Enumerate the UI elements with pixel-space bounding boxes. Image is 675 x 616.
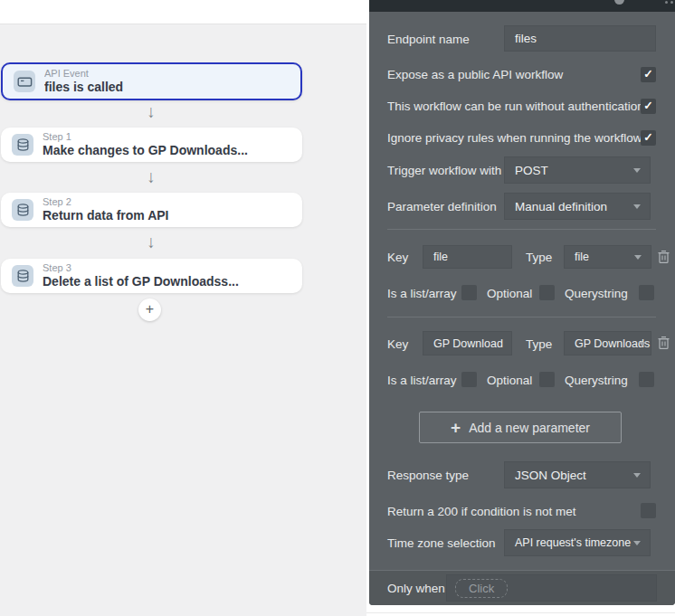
response-type-label: Response type xyxy=(387,469,469,482)
add-step-button[interactable]: + xyxy=(138,299,161,321)
step-card-3[interactable]: Step 3 Delete a list of GP Downloadss... xyxy=(1,259,302,293)
add-parameter-label: Add a new parameter xyxy=(469,421,590,435)
is-list-label: Is a list/array xyxy=(387,287,457,300)
timezone-value: API request's timezone xyxy=(515,536,631,549)
is-list-checkbox[interactable] xyxy=(461,372,477,387)
querystring-label: Querystring xyxy=(565,287,628,300)
close-icon[interactable] xyxy=(670,1,673,4)
expose-api-label: Expose as a public API workflow xyxy=(387,68,563,81)
step-title: Delete a list of GP Downloadss... xyxy=(43,274,239,289)
querystring-checkbox[interactable] xyxy=(639,285,654,300)
optional-label: Optional xyxy=(487,374,532,387)
only-when-section: Only when Click xyxy=(369,570,675,605)
is-list-label: Is a list/array xyxy=(387,374,457,387)
chevron-down-icon xyxy=(639,342,646,346)
check-icon: ✓ xyxy=(643,130,652,146)
endpoint-name-label: Endpoint name xyxy=(387,33,470,46)
param-type-label: Type xyxy=(526,251,552,264)
help-icon[interactable] xyxy=(614,0,624,5)
click-placeholder[interactable]: Click xyxy=(455,579,508,598)
response-type-dropdown[interactable]: JSON Object xyxy=(504,461,651,488)
step-kind-label: Step 1 xyxy=(43,131,248,143)
canvas-top-strip xyxy=(0,0,366,24)
return-200-label: Return a 200 if condition is not met xyxy=(387,505,576,518)
param-key-input[interactable]: file xyxy=(423,245,512,269)
trigger-method-value: POST xyxy=(515,164,548,177)
delete-parameter-icon[interactable] xyxy=(657,335,670,350)
database-icon xyxy=(12,199,33,221)
endpoint-name-value: files xyxy=(515,32,537,45)
trigger-method-dropdown[interactable]: POST xyxy=(504,156,651,184)
param-key-label: Key xyxy=(387,337,408,351)
close-icon[interactable] xyxy=(665,1,668,4)
param-type-value: file xyxy=(575,251,589,263)
api-event-icon xyxy=(14,71,35,92)
arrow-down-icon: ↓ xyxy=(144,102,158,122)
timezone-label: Time zone selection xyxy=(387,536,496,550)
check-icon: ✓ xyxy=(643,99,652,114)
workflow-canvas[interactable]: API Event files is called ↓ Step 1 Make … xyxy=(0,0,366,616)
step-title: Return data from API xyxy=(43,208,169,223)
querystring-checkbox[interactable] xyxy=(639,372,654,387)
chevron-down-icon xyxy=(633,204,641,209)
param-key-label: Key xyxy=(387,251,408,264)
return-200-checkbox[interactable] xyxy=(641,503,656,518)
step-card-2[interactable]: Step 2 Return data from API xyxy=(1,193,302,227)
delete-parameter-icon[interactable] xyxy=(657,249,670,264)
api-event-property-panel: Endpoint name files Expose as a public A… xyxy=(369,0,675,605)
event-title: files is called xyxy=(44,80,123,95)
chevron-down-icon xyxy=(633,473,641,478)
step-kind-label: Step 3 xyxy=(43,262,239,274)
trigger-method-label: Trigger workflow with xyxy=(387,164,501,177)
event-kind-label: API Event xyxy=(44,68,123,80)
optional-checkbox[interactable] xyxy=(539,285,555,300)
no-auth-label: This workflow can be run without authent… xyxy=(387,100,644,113)
response-type-value: JSON Object xyxy=(515,469,586,482)
no-auth-checkbox[interactable]: ✓ xyxy=(641,99,656,114)
divider xyxy=(387,229,656,230)
param-key-value: file xyxy=(433,251,448,263)
database-icon xyxy=(12,265,33,287)
database-icon xyxy=(12,134,33,156)
only-when-label: Only when xyxy=(387,582,445,595)
workflow-editor: API Event files is called ↓ Step 1 Make … xyxy=(0,0,675,616)
optional-label: Optional xyxy=(487,287,532,300)
arrow-down-icon: ↓ xyxy=(144,232,158,252)
param-key-value: GP Download xyxy=(433,337,503,350)
step-title: Make changes to GP Downloads... xyxy=(43,143,248,158)
step-kind-label: Step 2 xyxy=(43,196,169,208)
chevron-down-icon xyxy=(633,168,641,173)
add-parameter-button[interactable]: + Add a new parameter xyxy=(419,412,622,443)
param-definition-dropdown[interactable]: Manual definition xyxy=(504,193,651,220)
param-type-dropdown[interactable]: file xyxy=(564,245,651,269)
ignore-privacy-label: Ignore privacy rules when running the wo… xyxy=(387,131,642,145)
querystring-label: Querystring xyxy=(565,374,628,387)
param-key-input[interactable]: GP Download xyxy=(423,331,512,355)
check-icon: ✓ xyxy=(643,67,652,82)
chevron-down-icon xyxy=(633,541,641,545)
param-definition-label: Parameter definition xyxy=(387,200,497,213)
api-event-card[interactable]: API Event files is called xyxy=(1,62,302,100)
plus-icon: + xyxy=(451,419,461,436)
optional-checkbox[interactable] xyxy=(539,372,555,387)
divider xyxy=(387,317,656,317)
param-definition-value: Manual definition xyxy=(515,200,607,213)
expose-api-checkbox[interactable]: ✓ xyxy=(641,67,656,82)
chevron-down-icon xyxy=(634,255,642,260)
only-when-condition-input[interactable]: Click xyxy=(446,574,657,602)
step-card-1[interactable]: Step 1 Make changes to GP Downloads... xyxy=(1,128,302,162)
ignore-privacy-checkbox[interactable]: ✓ xyxy=(641,130,656,146)
arrow-down-icon: ↓ xyxy=(144,167,158,187)
is-list-checkbox[interactable] xyxy=(461,285,477,300)
endpoint-name-input[interactable]: files xyxy=(504,25,656,52)
timezone-dropdown[interactable]: API request's timezone xyxy=(504,529,651,556)
param-type-dropdown[interactable]: GP Downloads xyxy=(564,331,651,355)
page-edge-line xyxy=(366,612,675,613)
param-type-label: Type xyxy=(526,337,552,351)
panel-title-bar[interactable] xyxy=(369,0,675,12)
